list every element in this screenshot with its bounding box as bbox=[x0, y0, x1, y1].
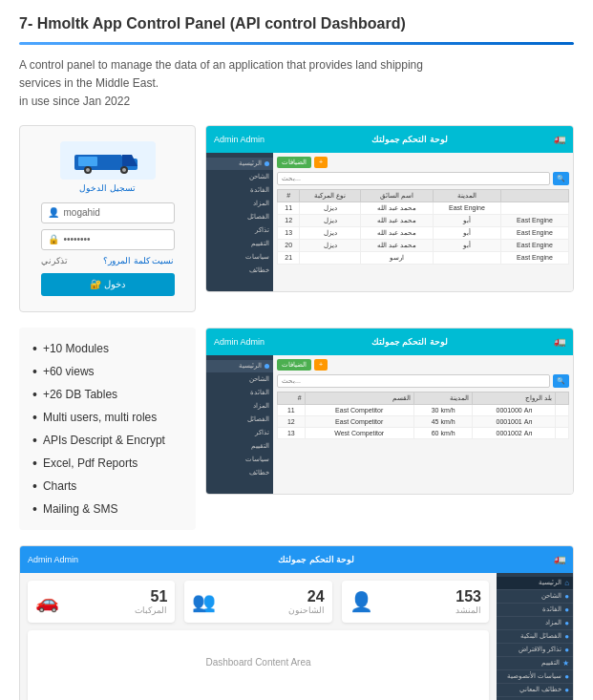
page-title: 7- Hmoltk App Control Panel (API control… bbox=[19, 15, 574, 32]
search-btn-1[interactable]: 🔍 bbox=[553, 172, 569, 185]
dash-content-2: الرئيسية الشاحن الفائدة المزاد الفصائل ت… bbox=[206, 355, 573, 494]
feature-item-6: Excel, Pdf Reports bbox=[32, 452, 182, 475]
sidebar2-item-2[interactable]: الشاحن bbox=[206, 373, 273, 386]
table-row: 11 East Competitor 30 km/h 0001000 Ал bbox=[278, 404, 569, 415]
svg-rect-6 bbox=[78, 157, 97, 166]
full-sidebar-quotes[interactable]: ●خطائف المعاني bbox=[497, 684, 573, 697]
sidebar-item-9[interactable]: خطائف bbox=[206, 265, 273, 277]
home-icon: ⌂ bbox=[564, 579, 569, 587]
full-sidebar-home[interactable]: ⌂الرئيسية bbox=[497, 577, 573, 590]
col-header-num: # bbox=[278, 189, 300, 202]
feature-item-8: Mailing & SMS bbox=[32, 498, 182, 520]
search-input-2[interactable] bbox=[277, 374, 550, 388]
col2-extra bbox=[556, 392, 569, 404]
dash-header-1: Admin Admin لوحة التحكم جمولتك 🚛 bbox=[206, 126, 573, 153]
action-bar-2: الضيافات + bbox=[277, 359, 569, 371]
sidebar-item-7[interactable]: التقييم bbox=[206, 238, 273, 250]
dash-main-2: الضيافات + 🔍 # القسم المدينة bbox=[273, 355, 573, 494]
dash-full-main: 🚗 51 المركبات 👥 24 الشاحنون bbox=[20, 573, 497, 700]
dash-content-1: الرئيسية الشاحن الفائدة المزاد الفصائل ت… bbox=[206, 153, 573, 291]
stat-number-drivers: 24 bbox=[288, 588, 325, 605]
search-btn-2[interactable]: 🔍 bbox=[553, 374, 569, 388]
login-button[interactable]: 🔐 دخول bbox=[41, 273, 175, 296]
table-row: 13دیزلمحمد عبد اللهأبوEast Engine bbox=[278, 226, 569, 239]
feature-item-4: Multi users, multi roles bbox=[32, 406, 182, 429]
full-sidebar-policy[interactable]: ●سياسات الأنصوصية bbox=[497, 670, 573, 684]
action-bar-1: الضيافات + bbox=[277, 157, 569, 168]
forgot-link[interactable]: نسيت كلمة المرور؟ bbox=[103, 256, 174, 265]
full-sidebar-banking[interactable]: ●الفصائل البنكية bbox=[497, 630, 573, 644]
desc-line2: services in the Middle East. bbox=[19, 76, 159, 90]
sidebar2-item-9[interactable]: خطائف bbox=[206, 467, 273, 479]
dash-sidebar-2: الرئيسية الشاحن الفائدة المزاد الفصائل ت… bbox=[206, 355, 273, 494]
action-btn-green-2[interactable]: الضيافات bbox=[277, 359, 311, 371]
table-row: 12دیزلمحمد عبد اللهأبوEast Engine bbox=[278, 214, 569, 226]
action-btn-orange-1[interactable]: + bbox=[314, 157, 328, 168]
quotes-icon: ● bbox=[564, 686, 569, 694]
svg-point-5 bbox=[122, 168, 126, 172]
action-btn-orange-2[interactable]: + bbox=[314, 359, 328, 371]
password-field[interactable]: 🔒 •••••••• bbox=[41, 229, 175, 250]
sidebar-item-4[interactable]: المزاد bbox=[206, 198, 273, 210]
stat-label-vehicles: المركبات bbox=[135, 605, 167, 615]
sidebar2-item-5[interactable]: الفصائل bbox=[206, 414, 273, 426]
sidebar2-item-3[interactable]: الفائدة bbox=[206, 387, 273, 399]
dash-header-2: Admin Admin لوحة التحكم جمولتك 🚛 bbox=[206, 329, 573, 355]
dash-full-sidebar: ⌂الرئيسية ●الشاحن ●الفائدة ●المزاد ●الفص… bbox=[497, 573, 573, 700]
feature-item-3: +26 DB Tables bbox=[32, 383, 182, 406]
sidebar-item-home-1[interactable]: الرئيسية bbox=[206, 158, 273, 170]
full-sidebar-rating[interactable]: ★التقييم bbox=[497, 657, 573, 670]
sidebar-item-5[interactable]: الفصائل bbox=[206, 211, 273, 223]
desc-line1: A control panel to manage the data of an… bbox=[19, 58, 423, 72]
col2-country: بلد الرواج bbox=[473, 392, 556, 404]
page-wrapper: 7- Hmoltk App Control Panel (API control… bbox=[0, 0, 593, 700]
sidebar2-item-8[interactable]: سياسات bbox=[206, 454, 273, 466]
password-value: •••••••• bbox=[64, 234, 91, 244]
table-row: 13 West Competitor 60 km/h 0001002 Ал bbox=[278, 427, 569, 438]
chart-placeholder: Dashboard Content Area bbox=[35, 638, 481, 687]
tickets-icon: ● bbox=[564, 646, 569, 654]
table-row: 12 East Competitor 45 km/h 0001001 Ал bbox=[278, 415, 569, 427]
action-btn-green-1[interactable]: الضيافات bbox=[277, 157, 311, 168]
sidebar-item-6[interactable]: تذاكر bbox=[206, 224, 273, 237]
stat-number-users: 153 bbox=[455, 588, 481, 605]
sidebar-item-3[interactable]: الفائدة bbox=[206, 184, 273, 197]
full-sidebar-fee[interactable]: ●الفائدة bbox=[497, 604, 573, 617]
table-row: 21ارسوEast Engine bbox=[278, 251, 569, 264]
col-header-driver: اسم السائق bbox=[360, 189, 433, 202]
remember-label: تذكرني bbox=[41, 256, 68, 265]
table-row: 20دیزلمحمد عبد اللهأبوEast Engine bbox=[278, 239, 569, 251]
stat-number-vehicles: 51 bbox=[135, 588, 167, 605]
search-input-1[interactable] bbox=[277, 172, 550, 185]
stat-card-drivers: 👥 24 الشاحنون bbox=[184, 581, 331, 623]
sidebar2-item-7[interactable]: التقييم bbox=[206, 440, 273, 453]
login-screenshot: تسجيل الدخول 👤 mogahid 🔒 •••••••• تذكرني… bbox=[19, 125, 196, 312]
sidebar2-item-1[interactable]: الرئيسية bbox=[206, 360, 273, 372]
feature-item-1: +10 Modules bbox=[32, 337, 182, 360]
policy-icon: ● bbox=[564, 672, 569, 681]
stat-label-users: المنشد bbox=[455, 605, 481, 615]
sidebar2-item-4[interactable]: المزاد bbox=[206, 400, 273, 413]
dash-full-content: 🚗 51 المركبات 👥 24 الشاحنون bbox=[20, 573, 573, 700]
divider bbox=[19, 42, 574, 45]
search-bar-2: 🔍 bbox=[277, 374, 569, 388]
feature-item-5: APIs Descript & Encrypt bbox=[32, 429, 182, 452]
driver-icon: ● bbox=[564, 592, 569, 601]
full-sidebar-auction[interactable]: ●المزاد bbox=[497, 617, 573, 630]
lock-icon: 🔒 bbox=[48, 234, 59, 244]
fee-icon: ● bbox=[564, 605, 569, 614]
sidebar-item-8[interactable]: سياسات bbox=[206, 251, 273, 264]
user-icon-green: 👤 bbox=[349, 590, 373, 613]
col-header-city: المدينة bbox=[433, 189, 500, 202]
username-value: mogahid bbox=[64, 207, 100, 218]
full-sidebar-driver[interactable]: ●الشاحن bbox=[497, 590, 573, 604]
dash-logo-full: لوحة التحكم جمولتك bbox=[278, 555, 354, 564]
dash-logo-1: لوحة التحكم جمولتك bbox=[371, 135, 448, 144]
sidebar-item-2[interactable]: الشاحن bbox=[206, 171, 273, 183]
sidebar2-item-6[interactable]: تذاكر bbox=[206, 427, 273, 439]
full-sidebar-tickets[interactable]: ●تذاكر والاقتراض bbox=[497, 644, 573, 657]
features-row: +10 Modules +60 views +26 DB Tables Mult… bbox=[19, 328, 574, 530]
user-icon: 👤 bbox=[48, 207, 59, 218]
stat-info-vehicles: 51 المركبات bbox=[135, 588, 167, 615]
username-field[interactable]: 👤 mogahid bbox=[41, 202, 175, 223]
